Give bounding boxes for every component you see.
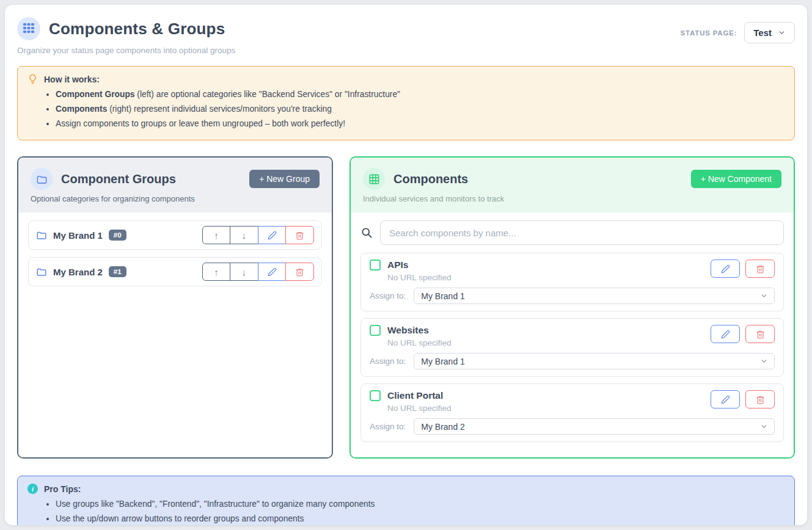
pencil-icon xyxy=(268,267,277,277)
status-page-value: Test xyxy=(753,27,772,38)
trash-icon xyxy=(295,231,304,240)
how-it-works-item: Assign components to groups or leave the… xyxy=(56,118,785,130)
component-name: Client Portal xyxy=(387,390,443,401)
pro-tip-item: Use the up/down arrow buttons to reorder… xyxy=(56,513,785,525)
pencil-icon xyxy=(721,264,730,274)
group-order-badge: #0 xyxy=(109,230,126,241)
components-panel: Components + New Component Individual se… xyxy=(349,156,795,459)
components-panel-header: Components + New Component Individual se… xyxy=(351,158,794,212)
folder-icon-circle xyxy=(31,168,53,190)
lightbulb-icon xyxy=(27,74,38,84)
trash-icon xyxy=(295,267,304,277)
grid-icon-circle xyxy=(363,168,385,190)
how-it-works-list: Component Groups (left) are optional cat… xyxy=(27,89,785,130)
how-it-works-item: Component Groups (left) are optional cat… xyxy=(56,89,785,101)
component-card: Client Portal No URL specified xyxy=(360,383,784,442)
components-list: APIs No URL specified xyxy=(351,212,794,457)
new-group-button[interactable]: + New Group xyxy=(249,170,320,188)
grid-dots-icon xyxy=(23,23,35,35)
pencil-icon xyxy=(721,330,730,339)
pencil-icon xyxy=(721,395,730,404)
chevron-down-icon xyxy=(760,357,768,365)
how-it-works-title: How it works: xyxy=(44,74,100,84)
trash-icon xyxy=(756,330,765,339)
move-up-button[interactable]: ↑ xyxy=(202,263,231,281)
pro-tip-item: Use groups like "Backend", "Frontend", "… xyxy=(56,498,785,510)
assign-group-select[interactable]: My Brand 1 xyxy=(414,353,775,369)
component-checkbox[interactable] xyxy=(370,390,381,401)
chevron-down-icon xyxy=(760,423,768,430)
components-panel-subtitle: Individual services and monitors to trac… xyxy=(363,194,781,203)
chevron-down-icon xyxy=(760,292,768,300)
main-card: Components & Groups Organize your status… xyxy=(5,5,807,525)
delete-component-button[interactable] xyxy=(745,325,775,343)
search-icon xyxy=(360,227,373,239)
component-checkbox[interactable] xyxy=(370,260,381,270)
page-subtitle: Organize your status page components int… xyxy=(17,46,235,55)
assign-to-label: Assign to: xyxy=(370,291,406,300)
component-url-status: No URL specified xyxy=(387,404,452,413)
pencil-icon xyxy=(268,231,277,240)
assign-select-value: My Brand 1 xyxy=(421,357,465,366)
trash-icon xyxy=(756,395,765,404)
group-name: My Brand 2 xyxy=(53,267,103,277)
move-down-button[interactable]: ↓ xyxy=(230,226,258,244)
assign-select-value: My Brand 1 xyxy=(421,291,465,301)
page-header: Components & Groups Organize your status… xyxy=(17,17,795,55)
groups-panel-subtitle: Optional categories for organizing compo… xyxy=(31,194,320,203)
component-checkbox[interactable] xyxy=(370,325,381,336)
table-grid-icon xyxy=(368,173,380,185)
groups-panel-header: Component Groups + New Group Optional ca… xyxy=(18,158,332,212)
group-name: My Brand 1 xyxy=(53,230,103,241)
page-title: Components & Groups xyxy=(49,20,225,38)
chevron-down-icon xyxy=(778,29,786,37)
edit-component-button[interactable] xyxy=(711,390,740,408)
assign-select-value: My Brand 2 xyxy=(421,422,465,432)
delete-group-button[interactable] xyxy=(285,226,314,244)
component-name: APIs xyxy=(387,260,408,270)
group-order-badge: #1 xyxy=(109,266,126,277)
move-up-button[interactable]: ↑ xyxy=(202,226,231,244)
component-card: Websites No URL specified xyxy=(360,318,784,377)
trash-icon xyxy=(756,264,765,274)
pro-tips-box: i Pro Tips: Use groups like "Backend", "… xyxy=(17,476,795,525)
delete-component-button[interactable] xyxy=(745,390,775,408)
components-panel-title: Components xyxy=(393,172,468,186)
status-page-select[interactable]: Test xyxy=(744,22,795,43)
edit-group-button[interactable] xyxy=(258,263,287,281)
group-row: My Brand 2 #1 ↑ ↓ xyxy=(28,257,322,286)
edit-component-button[interactable] xyxy=(711,260,740,278)
assign-to-label: Assign to: xyxy=(370,422,406,431)
group-row: My Brand 1 #0 ↑ ↓ xyxy=(28,220,322,250)
edit-group-button[interactable] xyxy=(258,226,287,244)
assign-group-select[interactable]: My Brand 2 xyxy=(414,418,775,435)
search-input[interactable] xyxy=(380,220,784,245)
move-down-button[interactable]: ↓ xyxy=(230,263,258,281)
component-groups-panel: Component Groups + New Group Optional ca… xyxy=(17,156,333,459)
folder-icon xyxy=(36,173,48,185)
assign-to-label: Assign to: xyxy=(370,357,406,366)
component-name: Websites xyxy=(387,325,429,336)
how-it-works-item: Components (right) represent individual … xyxy=(56,103,785,115)
edit-component-button[interactable] xyxy=(711,325,740,343)
folder-icon xyxy=(36,230,47,241)
new-component-button[interactable]: + New Component xyxy=(691,170,781,188)
pro-tips-list: Use groups like "Backend", "Frontend", "… xyxy=(27,498,785,525)
pro-tips-title: Pro Tips: xyxy=(44,484,81,494)
how-it-works-box: How it works: Component Groups (left) ar… xyxy=(17,66,795,140)
groups-panel-title: Component Groups xyxy=(61,172,176,186)
component-card: APIs No URL specified xyxy=(360,253,784,311)
status-page-label: STATUS PAGE: xyxy=(681,29,737,37)
delete-component-button[interactable] xyxy=(745,260,775,278)
delete-group-button[interactable] xyxy=(285,263,314,281)
component-url-status: No URL specified xyxy=(387,273,452,282)
groups-list: My Brand 1 #0 ↑ ↓ xyxy=(18,212,332,457)
folder-icon xyxy=(36,266,47,277)
components-groups-icon xyxy=(17,17,40,40)
info-icon: i xyxy=(27,484,38,494)
component-url-status: No URL specified xyxy=(387,338,452,347)
assign-group-select[interactable]: My Brand 1 xyxy=(414,288,775,304)
